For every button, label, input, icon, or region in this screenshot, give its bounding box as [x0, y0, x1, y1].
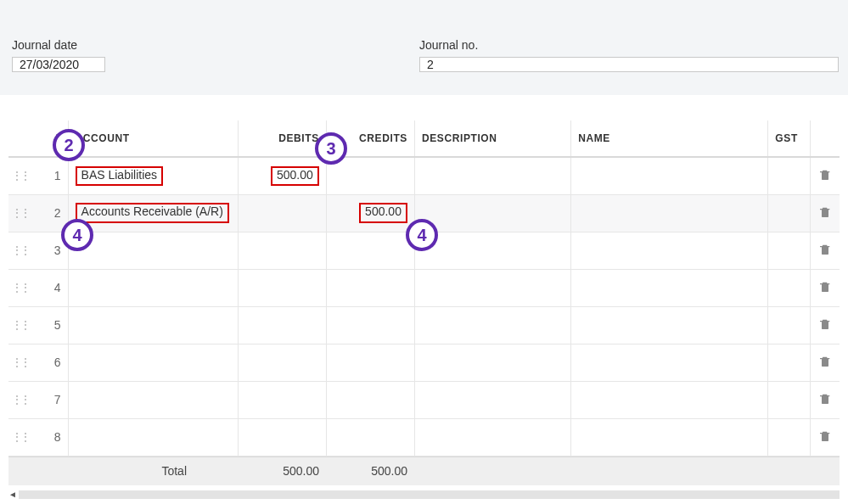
row-number: 1: [31, 157, 68, 194]
trash-icon[interactable]: [818, 355, 832, 368]
cell-debits[interactable]: [238, 269, 326, 306]
drag-icon[interactable]: [11, 281, 28, 294]
cell-account[interactable]: [68, 418, 238, 456]
col-drag: [8, 120, 31, 157]
delete-row-button[interactable]: [811, 381, 840, 418]
delete-row-button[interactable]: [811, 194, 840, 232]
journal-no-input[interactable]: [419, 57, 839, 72]
cell-account[interactable]: [68, 306, 238, 344]
cell-account[interactable]: Accounts Receivable (A/R): [68, 194, 238, 232]
table-row[interactable]: 5: [8, 306, 840, 344]
drag-handle[interactable]: [8, 232, 31, 269]
cell-description[interactable]: [414, 418, 570, 456]
cell-description[interactable]: [414, 381, 570, 418]
cell-debits[interactable]: [238, 232, 326, 269]
cell-description[interactable]: [414, 194, 570, 232]
cell-name[interactable]: [571, 194, 768, 232]
cell-credits[interactable]: [326, 232, 414, 269]
cell-account[interactable]: BAS Liabilities: [68, 157, 238, 194]
table-row[interactable]: 1BAS Liabilities500.00: [8, 157, 840, 194]
cell-gst[interactable]: [768, 157, 811, 194]
cell-account[interactable]: [68, 269, 238, 306]
row-number: 6: [31, 344, 68, 381]
table-row[interactable]: 4: [8, 269, 840, 306]
cell-gst[interactable]: [768, 344, 811, 381]
drag-icon[interactable]: [11, 318, 28, 332]
totals-label: Total: [68, 464, 238, 478]
drag-handle[interactable]: [8, 157, 31, 194]
cell-description[interactable]: [414, 232, 570, 269]
cell-credits[interactable]: [326, 157, 414, 194]
drag-handle[interactable]: [8, 418, 31, 456]
cell-debits[interactable]: [238, 306, 326, 344]
delete-row-button[interactable]: [811, 418, 840, 456]
journal-header: Journal date Journal no.: [0, 0, 848, 95]
scroll-left-arrow-icon[interactable]: ◄: [8, 490, 19, 499]
trash-icon[interactable]: [818, 392, 832, 406]
row-number: 7: [31, 381, 68, 418]
trash-icon[interactable]: [818, 168, 832, 182]
cell-gst[interactable]: [768, 232, 811, 269]
drag-icon[interactable]: [11, 393, 28, 406]
cell-credits[interactable]: [326, 344, 414, 381]
trash-icon[interactable]: [818, 243, 832, 256]
journal-date-field: Journal date: [12, 38, 419, 70]
cell-account[interactable]: [68, 381, 238, 418]
cell-debits[interactable]: 500.00: [238, 157, 326, 194]
cell-name[interactable]: [571, 269, 768, 306]
drag-icon[interactable]: [11, 430, 28, 444]
cell-name[interactable]: [571, 344, 768, 381]
delete-row-button[interactable]: [811, 344, 840, 381]
drag-icon[interactable]: [11, 169, 28, 182]
trash-icon[interactable]: [818, 280, 832, 294]
cell-debits[interactable]: [238, 418, 326, 456]
delete-row-button[interactable]: [811, 232, 840, 269]
cell-credits[interactable]: 500.00: [326, 194, 414, 232]
drag-handle[interactable]: [8, 344, 31, 381]
cell-description[interactable]: [414, 306, 570, 344]
col-name: NAME: [571, 120, 768, 157]
cell-name[interactable]: [571, 381, 768, 418]
cell-description[interactable]: [414, 157, 570, 194]
scroll-track[interactable]: [19, 490, 840, 499]
drag-icon[interactable]: [11, 244, 28, 257]
cell-gst[interactable]: [768, 269, 811, 306]
table-row[interactable]: 7: [8, 381, 840, 418]
cell-gst[interactable]: [768, 194, 811, 232]
drag-handle[interactable]: [8, 381, 31, 418]
cell-gst[interactable]: [768, 381, 811, 418]
drag-icon[interactable]: [11, 356, 28, 369]
journal-no-label: Journal no.: [419, 38, 840, 52]
delete-row-button[interactable]: [811, 157, 840, 194]
cell-debits[interactable]: [238, 381, 326, 418]
journal-date-input[interactable]: [12, 57, 105, 72]
cell-name[interactable]: [571, 232, 768, 269]
drag-handle[interactable]: [8, 269, 31, 306]
cell-gst[interactable]: [768, 306, 811, 344]
delete-row-button[interactable]: [811, 306, 840, 344]
cell-debits[interactable]: [238, 344, 326, 381]
cell-description[interactable]: [414, 269, 570, 306]
cell-credits[interactable]: [326, 306, 414, 344]
cell-debits[interactable]: [238, 194, 326, 232]
cell-credits[interactable]: [326, 381, 414, 418]
cell-description[interactable]: [414, 344, 570, 381]
table-row[interactable]: 6: [8, 344, 840, 381]
cell-credits[interactable]: [326, 269, 414, 306]
drag-handle[interactable]: [8, 194, 31, 232]
cell-account[interactable]: [68, 232, 238, 269]
drag-icon[interactable]: [11, 206, 28, 220]
cell-name[interactable]: [571, 306, 768, 344]
trash-icon[interactable]: [818, 205, 832, 219]
cell-name[interactable]: [571, 157, 768, 194]
trash-icon[interactable]: [818, 429, 832, 443]
trash-icon[interactable]: [818, 317, 832, 331]
drag-handle[interactable]: [8, 306, 31, 344]
cell-name[interactable]: [571, 418, 768, 456]
cell-account[interactable]: [68, 344, 238, 381]
cell-gst[interactable]: [768, 418, 811, 456]
delete-row-button[interactable]: [811, 269, 840, 306]
cell-credits[interactable]: [326, 418, 414, 456]
table-row[interactable]: 8: [8, 418, 840, 456]
horizontal-scrollbar[interactable]: ◄: [8, 489, 840, 501]
